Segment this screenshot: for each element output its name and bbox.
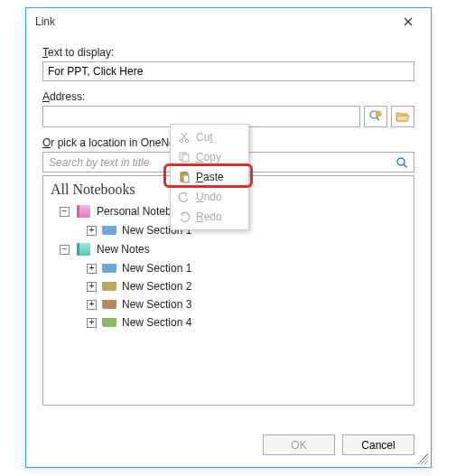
notebook-icon [75, 204, 91, 219]
browse-web-button[interactable] [364, 106, 387, 127]
svg-rect-9 [183, 175, 189, 182]
expander-icon[interactable]: − [60, 207, 70, 217]
ctx-label: Paste [196, 171, 224, 183]
button-row: OK Cancel [26, 424, 431, 461]
expander-icon[interactable]: + [87, 226, 97, 236]
expander-icon[interactable]: + [87, 264, 97, 274]
section-label: New Section 2 [122, 280, 191, 293]
link-dialog: Link Text to display: Address: [25, 7, 432, 468]
section-item[interactable]: + New Section 1 [43, 259, 414, 277]
search-button[interactable] [390, 153, 414, 172]
section-icon [102, 282, 116, 291]
ctx-label: Cut [196, 131, 213, 144]
titlebar: Link [26, 8, 431, 35]
section-icon [102, 226, 116, 235]
close-button[interactable] [395, 11, 422, 33]
section-icon [102, 264, 116, 273]
text-to-display-input[interactable] [42, 61, 414, 81]
context-menu: Cut Copy Paste Undo Redo [170, 124, 249, 230]
svg-rect-6 [182, 154, 189, 162]
section-label: New Section 3 [122, 298, 191, 311]
folder-open-icon [396, 110, 410, 123]
redo-icon [176, 210, 192, 224]
cancel-button[interactable]: Cancel [342, 434, 414, 455]
svg-point-1 [376, 111, 381, 117]
ctx-copy: Copy [171, 147, 248, 167]
undo-icon [176, 190, 192, 204]
cut-icon [176, 130, 192, 145]
svg-point-4 [185, 139, 188, 142]
address-label: Address: [42, 90, 414, 103]
close-icon [404, 17, 413, 26]
search-icon [396, 156, 408, 169]
ok-button[interactable]: OK [263, 434, 335, 455]
svg-point-2 [397, 158, 405, 165]
ctx-label: Redo [196, 210, 222, 223]
ctx-label: Copy [196, 151, 221, 163]
ctx-cut: Cut [171, 127, 248, 147]
notebook-label: New Notes [97, 243, 150, 256]
text-to-display-label: Text to display: [42, 46, 414, 59]
expander-icon[interactable]: + [87, 300, 97, 310]
section-icon [102, 318, 116, 327]
ctx-paste[interactable]: Paste [171, 167, 248, 187]
paste-icon [176, 170, 192, 184]
text-display-row: Text to display: [42, 46, 414, 81]
section-label: New Section 4 [122, 316, 191, 329]
browse-file-button[interactable] [391, 106, 414, 127]
notebook-icon [75, 242, 91, 257]
expander-icon[interactable]: − [60, 245, 70, 255]
section-item[interactable]: + New Section 3 [43, 295, 414, 313]
address-row: Address: [42, 90, 414, 127]
dialog-title: Link [35, 15, 395, 28]
section-icon [102, 300, 116, 309]
copy-icon [176, 150, 192, 164]
section-item[interactable]: + New Section 2 [43, 277, 414, 295]
svg-point-3 [180, 139, 182, 142]
expander-icon[interactable]: + [87, 282, 97, 292]
ctx-redo: Redo [171, 207, 248, 227]
expander-icon[interactable]: + [87, 318, 97, 328]
notebook-item[interactable]: − New Notes [43, 239, 414, 259]
svg-rect-8 [182, 172, 186, 173]
section-label: New Section 1 [122, 262, 191, 275]
section-item[interactable]: + New Section 4 [43, 313, 414, 331]
resize-grip[interactable] [417, 453, 428, 464]
ctx-undo: Undo [171, 187, 248, 207]
ctx-label: Undo [196, 191, 222, 203]
globe-search-icon [368, 109, 383, 124]
